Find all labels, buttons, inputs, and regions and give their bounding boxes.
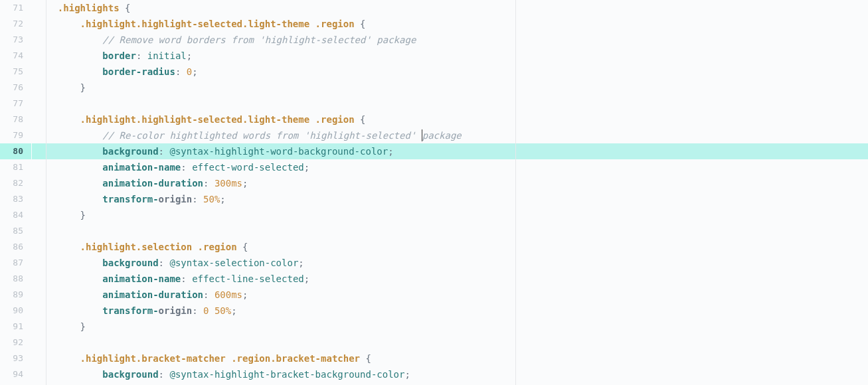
line-number-gutter[interactable]: 7172737475767778798081828384858687888990…: [0, 0, 32, 385]
code-line[interactable]: // Re-color hightlighted words from 'hig…: [46, 127, 868, 143]
code-line[interactable]: .highlight.selection .region {: [46, 239, 868, 255]
code-line[interactable]: background: @syntax-highlight-bracket-ba…: [46, 366, 868, 382]
token-sel: .highlight.bracket-matcher: [80, 353, 226, 364]
line-number[interactable]: 82: [0, 175, 23, 191]
token-prop2: origin: [159, 305, 193, 316]
code-line[interactable]: [46, 335, 868, 350]
token-sel: .highlight.selection: [80, 242, 193, 252]
token-var: @syntax-selection-color: [169, 258, 298, 268]
line-number[interactable]: 94: [0, 366, 23, 382]
fold-cell: [32, 191, 46, 207]
token-prop: animation-name: [102, 273, 181, 284]
token-sel: .region.bracket-matcher: [231, 353, 360, 364]
token-brace: {: [125, 3, 130, 13]
token-plain: [209, 305, 214, 316]
fold-cell: [32, 287, 46, 303]
code-line[interactable]: border: initial;: [46, 48, 868, 64]
token-punct: ;: [192, 66, 197, 77]
line-number[interactable]: 85: [0, 223, 23, 239]
line-number[interactable]: 90: [0, 303, 23, 319]
token-num: 300ms: [215, 178, 242, 189]
token-punct: ;: [220, 194, 225, 204]
token-prop: border-radius: [102, 66, 175, 77]
token-sel: .highlight.highlight-selected.light-them…: [80, 19, 310, 29]
code-line[interactable]: }: [46, 207, 868, 223]
code-line[interactable]: .highlight.bracket-matcher .region.brack…: [46, 350, 868, 366]
token-val: effect-word-selected: [192, 162, 304, 173]
code-line[interactable]: background: @syntax-selection-color;: [46, 255, 868, 271]
line-number[interactable]: 84: [0, 207, 23, 223]
token-var: @syntax-highlight-bracket-background-col…: [169, 369, 404, 380]
fold-gutter[interactable]: [32, 0, 46, 385]
line-number[interactable]: 71: [0, 0, 23, 16]
token-prop: animation-duration: [102, 289, 203, 300]
fold-cell: [32, 127, 46, 143]
token-punct: ;: [242, 289, 248, 300]
token-plain: [355, 19, 360, 29]
token-cmt: package: [422, 130, 462, 141]
token-punct: ;: [231, 305, 236, 316]
code-line[interactable]: animation-name: effect-word-selected;: [46, 159, 868, 175]
line-number[interactable]: 77: [0, 96, 23, 112]
token-punct: :: [181, 273, 192, 284]
line-number[interactable]: 89: [0, 287, 23, 303]
fold-cell: [32, 350, 46, 366]
code-line[interactable]: // Remove word borders from 'highlight-s…: [46, 32, 868, 48]
code-line[interactable]: .highlights {: [46, 0, 868, 16]
token-plain: [355, 114, 360, 125]
line-number[interactable]: 76: [0, 80, 23, 96]
token-punct: ;: [304, 162, 309, 173]
line-number[interactable]: 81: [0, 159, 23, 175]
code-line[interactable]: animation-duration: 600ms;: [46, 287, 868, 303]
line-number[interactable]: 78: [0, 112, 23, 127]
line-number[interactable]: 74: [0, 48, 23, 64]
token-punct: ;: [242, 178, 248, 189]
token-punct: ;: [304, 273, 309, 284]
token-num: 600ms: [215, 289, 242, 300]
code-editor[interactable]: .highlights { .highlight.highlight-selec…: [46, 0, 868, 385]
line-number[interactable]: 91: [0, 319, 23, 335]
fold-cell: [32, 0, 46, 16]
code-line[interactable]: [46, 223, 868, 239]
token-plain: [192, 242, 197, 252]
token-sel: .region: [198, 242, 237, 252]
code-line[interactable]: animation-name: effect-line-selected;: [46, 271, 868, 287]
fold-cell: [32, 207, 46, 223]
token-num: 0: [187, 66, 192, 77]
line-number[interactable]: 87: [0, 255, 23, 271]
line-number[interactable]: 92: [0, 335, 23, 350]
line-number[interactable]: 83: [0, 191, 23, 207]
token-prop: background: [102, 258, 158, 268]
line-number[interactable]: 86: [0, 239, 23, 255]
fold-cell: [32, 112, 46, 127]
code-line[interactable]: .highlight.highlight-selected.light-them…: [46, 112, 868, 127]
code-line[interactable]: [46, 96, 868, 112]
code-line[interactable]: }: [46, 80, 868, 96]
code-line[interactable]: background: @syntax-highlight-word-backg…: [46, 143, 868, 159]
token-punct: ;: [404, 369, 410, 380]
fold-cell: [32, 16, 46, 32]
code-line[interactable]: transform-origin: 0 50%;: [46, 303, 868, 319]
line-number[interactable]: 88: [0, 271, 23, 287]
code-line[interactable]: }: [46, 319, 868, 335]
code-line[interactable]: border-radius: 0;: [46, 64, 868, 80]
token-brace: }: [80, 210, 86, 220]
line-number[interactable]: 73: [0, 32, 23, 48]
line-number[interactable]: 80: [0, 143, 31, 159]
token-val: effect-line-selected: [192, 273, 304, 284]
text-cursor: [422, 129, 422, 141]
token-sel: .highlight.highlight-selected.light-them…: [80, 114, 310, 125]
line-number[interactable]: 93: [0, 350, 23, 366]
line-number[interactable]: 79: [0, 127, 23, 143]
fold-cell: [32, 239, 46, 255]
token-prop: animation-duration: [102, 178, 203, 189]
line-number[interactable]: 75: [0, 64, 23, 80]
code-line[interactable]: .highlight.highlight-selected.light-them…: [46, 16, 868, 32]
line-number[interactable]: 72: [0, 16, 23, 32]
token-prop: animation-name: [102, 162, 181, 173]
code-line[interactable]: animation-duration: 300ms;: [46, 175, 868, 191]
code-line[interactable]: transform-origin: 50%;: [46, 191, 868, 207]
token-brace: {: [360, 19, 365, 29]
token-punct: :: [159, 258, 170, 268]
token-num: 50%: [215, 305, 231, 316]
